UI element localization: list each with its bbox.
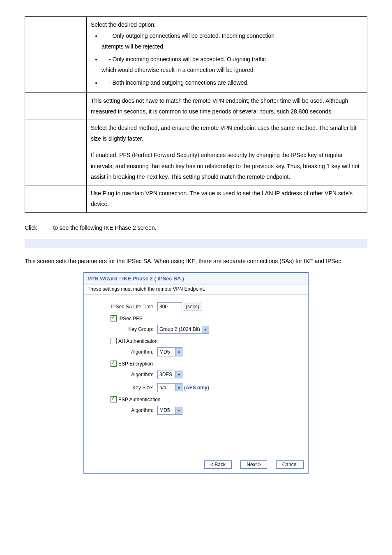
secs-label: (secs): [183, 303, 202, 311]
chevron-down-icon: ▾: [175, 407, 182, 414]
options-row5-label: [25, 185, 87, 212]
screen-desc: This screen sets the parameters for the …: [25, 256, 367, 267]
key-group-select[interactable]: Group 2 (1024 Bit) ▾: [157, 325, 209, 334]
esp-enc-label: ESP Encryption: [118, 361, 153, 367]
esp-algo-label: Algorithm:: [92, 372, 157, 377]
ah-algo-label: Algorithm:: [92, 349, 157, 355]
ipsec-pfs-checkbox[interactable]: [111, 315, 117, 321]
ipsec-pfs-label: IPSec PFS: [118, 316, 143, 321]
options-row3-cell: Select the desired method, and ensure th…: [86, 120, 367, 147]
options-row3-label: [25, 120, 87, 147]
key-group-value: Group 2 (1024 Bit): [159, 326, 200, 332]
chevron-down-icon: ▾: [175, 348, 182, 356]
options-table: Select the desired option: - Only outgoi…: [25, 16, 367, 213]
row1-b2: - Only incoming connections will be acce…: [109, 56, 266, 62]
options-row1-cell: Select the desired option: - Only outgoi…: [86, 17, 367, 93]
aes-only-label: (AES only): [184, 385, 209, 391]
wizard-title: VPN Wizard - IKE Phase 2 ( IPSec SA ): [84, 273, 308, 284]
wizard-subtitle: These settings must match the remote VPN…: [84, 284, 308, 295]
esp-auth-checkbox[interactable]: [111, 396, 117, 402]
ah-algo-select[interactable]: MD5 ▾: [157, 347, 182, 356]
back-button[interactable]: < Back: [204, 460, 232, 469]
chevron-down-icon: ▾: [202, 326, 209, 333]
esp-auth-algo-label: Algorithm:: [92, 407, 157, 413]
row1-b1b: attempts will be rejected.: [101, 43, 165, 50]
esp-auth-label: ESP Authentication: [118, 397, 161, 402]
esp-enc-checkbox[interactable]: [111, 361, 117, 367]
section-band: [25, 239, 367, 248]
key-size-label: Key Size:: [92, 385, 157, 391]
esp-algo-select[interactable]: 3DES ▾: [157, 370, 182, 379]
esp-auth-algo-select[interactable]: MD5 ▾: [157, 406, 182, 415]
key-size-select[interactable]: n/a ▾: [157, 383, 182, 392]
options-row4-cell: If enabled, PFS (Perfect Forward Securit…: [86, 147, 367, 185]
row1-b3: - Both incoming and outgoing connections…: [109, 79, 249, 86]
next-button[interactable]: Next >: [240, 460, 267, 469]
ipsec-life-label: IPSec SA Life Time: [92, 304, 157, 310]
options-row4-label: [25, 147, 87, 185]
ah-auth-label: AH Authentication: [118, 338, 157, 344]
esp-algo-value: 3DES: [159, 372, 173, 377]
ah-algo-value: MD5: [159, 349, 173, 355]
options-row2-cell: This setting does not have to match the …: [86, 92, 367, 120]
row1-lead: Select the desired option:: [91, 21, 156, 28]
options-row2-label: [25, 92, 87, 120]
chevron-down-icon: ▾: [175, 371, 182, 378]
vpn-wizard-panel: VPN Wizard - IKE Phase 2 ( IPSec SA ) Th…: [83, 272, 309, 474]
key-group-label: Key Group:: [92, 326, 157, 332]
key-size-value: n/a: [159, 385, 173, 391]
ipsec-life-input[interactable]: [157, 302, 182, 311]
options-row1-label: [25, 17, 87, 93]
options-row5-cell: Use Ping to maintain VPN connection. The…: [86, 185, 367, 212]
ah-auth-checkbox[interactable]: [111, 338, 117, 344]
chevron-down-icon: ▾: [175, 384, 182, 391]
row1-b2b: which would otherwise result in a connec…: [101, 67, 255, 73]
row1-b1: - Only outgoing connections will be crea…: [109, 32, 274, 39]
cancel-button[interactable]: Cancel: [276, 460, 304, 469]
esp-auth-algo-value: MD5: [159, 407, 173, 413]
click-line: Click to see the following IKE Phase 2 s…: [25, 222, 367, 234]
